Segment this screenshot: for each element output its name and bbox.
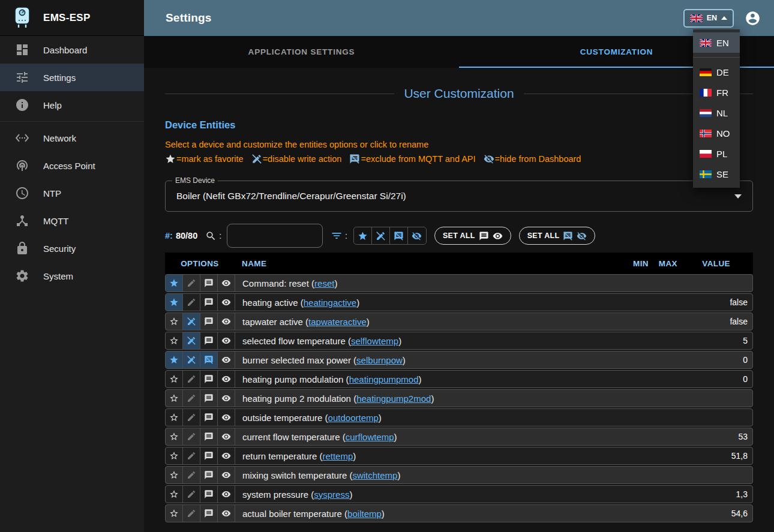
- language-option-pl[interactable]: PL: [693, 143, 740, 164]
- mqtt-exclude-toggle[interactable]: [200, 371, 218, 387]
- write-disable-toggle[interactable]: [183, 428, 200, 445]
- entity-shortname-link[interactable]: boiltemp: [347, 509, 382, 519]
- hide-toggle[interactable]: [218, 371, 235, 387]
- table-row[interactable]: heating active (heatingactive)false: [165, 293, 753, 311]
- write-disable-toggle[interactable]: [183, 505, 200, 522]
- table-row[interactable]: actual boiler temperature (boiltemp)54,6: [165, 504, 753, 522]
- favorite-toggle[interactable]: [166, 332, 183, 349]
- entity-shortname-link[interactable]: heatingactive: [304, 297, 356, 308]
- mqtt-exclude-toggle[interactable]: [200, 275, 218, 291]
- hide-toggle[interactable]: [218, 351, 235, 368]
- set-all-show-button[interactable]: SET ALL: [434, 227, 511, 245]
- filter-toggle-star[interactable]: [354, 227, 372, 244]
- mqtt-exclude-toggle[interactable]: [200, 294, 218, 311]
- mqtt-exclude-toggle[interactable]: [200, 486, 218, 503]
- filter-toggle-eye-off[interactable]: [408, 227, 426, 244]
- entity-shortname-link[interactable]: selflowtemp: [351, 336, 398, 346]
- search-input[interactable]: [227, 224, 323, 248]
- write-disable-toggle[interactable]: [183, 409, 200, 426]
- entity-shortname-link[interactable]: curflowtemp: [346, 432, 394, 442]
- table-row[interactable]: current flow temperature (curflowtemp)53: [165, 428, 753, 446]
- write-disable-toggle[interactable]: [183, 294, 200, 311]
- mqtt-exclude-toggle[interactable]: [200, 409, 218, 426]
- hide-toggle[interactable]: [218, 409, 235, 426]
- language-option-se[interactable]: SE: [693, 164, 740, 184]
- table-row[interactable]: mixing switch temperature (switchtemp): [165, 466, 753, 484]
- ems-device-select[interactable]: EMS Device Boiler (Nefit GBx72/Trendline…: [165, 181, 753, 212]
- hide-toggle[interactable]: [218, 313, 235, 330]
- write-disable-toggle[interactable]: [183, 390, 200, 407]
- favorite-toggle[interactable]: [166, 294, 183, 311]
- filter-toggle-comment-off[interactable]: [390, 227, 408, 244]
- set-all-hide-button[interactable]: SET ALL: [519, 227, 596, 245]
- write-disable-toggle[interactable]: [183, 447, 200, 464]
- favorite-toggle[interactable]: [166, 505, 183, 522]
- mqtt-exclude-toggle[interactable]: [200, 428, 218, 445]
- favorite-toggle[interactable]: [166, 447, 183, 464]
- sidebar-item-ntp[interactable]: NTP: [0, 179, 144, 207]
- entity-shortname-link[interactable]: reset: [314, 278, 334, 288]
- sidebar-item-system[interactable]: System: [0, 262, 144, 290]
- entity-shortname-link[interactable]: heatingpump2mod: [356, 393, 431, 404]
- favorite-toggle[interactable]: [166, 313, 183, 330]
- entity-shortname-link[interactable]: switchtemp: [352, 470, 397, 480]
- entity-shortname-link[interactable]: outdoortemp: [328, 413, 379, 423]
- filter-toggle-edit-off[interactable]: [372, 227, 390, 244]
- sidebar-item-help[interactable]: Help: [0, 91, 144, 119]
- table-row[interactable]: Command: reset (reset): [165, 274, 753, 292]
- favorite-toggle[interactable]: [166, 486, 183, 503]
- sidebar-item-settings[interactable]: Settings: [0, 64, 144, 91]
- tab-application-settings[interactable]: APPLICATION SETTINGS: [144, 36, 459, 68]
- hide-toggle[interactable]: [218, 428, 235, 445]
- table-row[interactable]: selected flow temperature (selflowtemp)5: [165, 332, 753, 350]
- language-option-fr[interactable]: FR: [693, 82, 740, 103]
- language-option-nl[interactable]: NL: [693, 103, 740, 123]
- write-disable-toggle[interactable]: [183, 275, 200, 291]
- mqtt-exclude-toggle[interactable]: [200, 390, 218, 407]
- hide-toggle[interactable]: [218, 390, 235, 407]
- table-row[interactable]: heating pump 2 modulation (heatingpump2m…: [165, 389, 753, 407]
- mqtt-exclude-toggle[interactable]: [200, 313, 218, 330]
- favorite-toggle[interactable]: [166, 428, 183, 445]
- sidebar-item-security[interactable]: Security: [0, 235, 144, 262]
- hide-toggle[interactable]: [218, 467, 235, 483]
- sidebar-item-mqtt[interactable]: MQTT: [0, 207, 144, 235]
- sidebar-item-dashboard[interactable]: Dashboard: [0, 36, 144, 64]
- favorite-toggle[interactable]: [166, 275, 183, 291]
- hide-toggle[interactable]: [218, 275, 235, 291]
- hide-toggle[interactable]: [218, 447, 235, 464]
- language-option-de[interactable]: DE: [693, 62, 740, 82]
- write-disable-toggle[interactable]: [183, 313, 200, 330]
- mqtt-exclude-toggle[interactable]: [200, 332, 218, 349]
- sidebar-item-access-point[interactable]: Access Point: [0, 152, 144, 179]
- write-disable-toggle[interactable]: [183, 351, 200, 368]
- hide-toggle[interactable]: [218, 332, 235, 349]
- account-circle-icon[interactable]: [745, 10, 761, 26]
- mqtt-exclude-toggle[interactable]: [200, 467, 218, 483]
- mqtt-exclude-toggle[interactable]: [200, 447, 218, 464]
- hide-toggle[interactable]: [218, 486, 235, 503]
- favorite-toggle[interactable]: [166, 351, 183, 368]
- write-disable-toggle[interactable]: [183, 332, 200, 349]
- favorite-toggle[interactable]: [166, 371, 183, 387]
- entity-shortname-link[interactable]: rettemp: [322, 451, 353, 461]
- favorite-toggle[interactable]: [166, 409, 183, 426]
- language-option-no[interactable]: NO: [693, 123, 740, 143]
- entity-shortname-link[interactable]: selburnpow: [356, 355, 403, 365]
- entity-shortname-link[interactable]: tapwateractive: [308, 317, 367, 327]
- favorite-toggle[interactable]: [166, 467, 183, 483]
- entity-shortname-link[interactable]: heatingpumpmod: [349, 374, 419, 384]
- language-option-en[interactable]: EN: [693, 32, 740, 53]
- table-row[interactable]: return temperature (rettemp)51,8: [165, 447, 753, 465]
- language-selector-button[interactable]: EN: [683, 9, 734, 28]
- write-disable-toggle[interactable]: [183, 486, 200, 503]
- favorite-toggle[interactable]: [166, 390, 183, 407]
- table-row[interactable]: tapwater active (tapwateractive)false: [165, 312, 753, 330]
- write-disable-toggle[interactable]: [183, 467, 200, 483]
- mqtt-exclude-toggle[interactable]: [200, 351, 218, 368]
- write-disable-toggle[interactable]: [183, 371, 200, 387]
- entity-shortname-link[interactable]: syspress: [314, 489, 349, 500]
- table-row[interactable]: burner selected max power (selburnpow)0: [165, 351, 753, 369]
- table-row[interactable]: heating pump modulation (heatingpumpmod)…: [165, 370, 753, 388]
- hide-toggle[interactable]: [218, 294, 235, 311]
